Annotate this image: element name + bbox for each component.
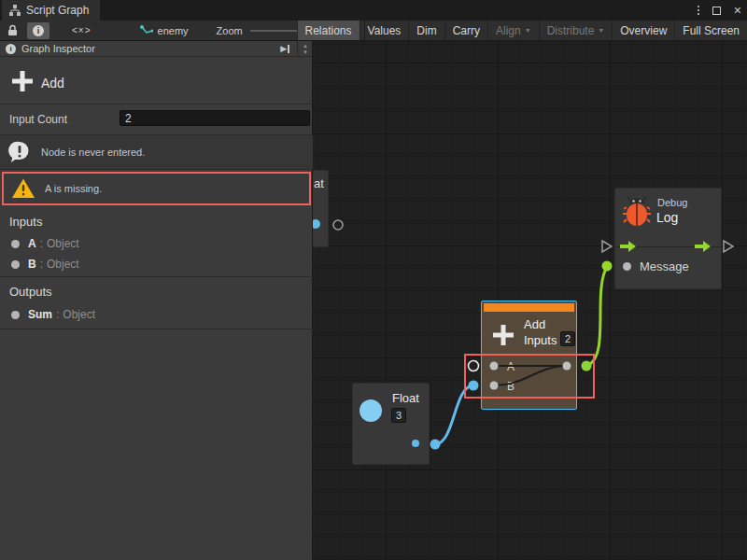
toolbar-toggle-group: Relations Values Dim Carry Align ▼ Distr… — [297, 21, 747, 40]
port-dot-icon — [11, 240, 20, 248]
selected-node-header: Add — [0, 57, 312, 105]
inputs-section-header: Inputs — [9, 215, 42, 229]
toggle-carry[interactable]: Carry — [444, 21, 487, 40]
wire-endpoint-dot[interactable] — [430, 440, 441, 450]
menu-distribute[interactable]: Distribute ▼ — [539, 21, 613, 40]
message-wire-endpoint-dot[interactable] — [602, 261, 613, 272]
add-node-icon — [9, 68, 35, 94]
unconnected-port-circle[interactable] — [333, 220, 343, 230]
input-count-label: Input Count — [9, 113, 67, 126]
maximize-icon[interactable] — [712, 7, 721, 15]
message-port-dot[interactable] — [623, 262, 631, 271]
input-port-row-b: B : Object — [0, 256, 312, 273]
input-count-field[interactable] — [120, 110, 310, 126]
window-menu-icon[interactable] — [696, 4, 701, 17]
input-count-row: Input Count — [0, 110, 312, 129]
node-title-line1: Debug — [657, 197, 687, 208]
output-port-row-sum: Sum : Object — [0, 306, 312, 323]
float-type-icon — [359, 399, 382, 422]
toggle-dim[interactable]: Dim — [408, 21, 444, 40]
unity-script-graph-window: Script Graph × i <×> — [0, 0, 747, 560]
node-debug-log[interactable]: Debug Log Message — [614, 188, 722, 289]
warning-triangle-icon — [11, 177, 35, 200]
info-icon: i — [33, 25, 44, 36]
graph-toolbar: i <×> enemy Zoom 1x Relations Values — [0, 21, 747, 41]
graph-inspector-header[interactable]: i Graph Inspector ▶ ▲ ▼ — [0, 41, 312, 57]
node-float-partially-hidden[interactable]: at — [313, 170, 329, 247]
button-overview[interactable]: Overview — [612, 21, 674, 40]
close-icon[interactable]: × — [732, 4, 743, 17]
edit-script-button[interactable]: <×> — [66, 22, 97, 39]
graph-reference[interactable]: enemy — [140, 25, 189, 36]
warning-message-text: A is missing. — [45, 183, 102, 194]
window-controls: × — [696, 0, 743, 21]
node-title: Float — [392, 391, 419, 405]
menu-align[interactable]: Align ▼ — [487, 21, 539, 40]
port-dot-icon — [11, 260, 20, 269]
tab-label: Script Graph — [26, 4, 89, 17]
panel-title: Graph Inspector — [21, 43, 95, 54]
panel-scrub-spinner[interactable]: ▲ ▼ — [297, 41, 308, 56]
node-title-line2: Log — [656, 210, 678, 225]
bug-icon — [623, 196, 651, 228]
spin-up-icon[interactable]: ▲ — [303, 43, 308, 49]
code-icon: <×> — [72, 25, 92, 35]
button-full-screen[interactable]: Full Screen — [674, 21, 747, 40]
toolbar-left-group: i <×> — [0, 21, 99, 40]
selected-node-header-bar — [484, 303, 574, 312]
graph-inspector-panel: i Graph Inspector ▶ ▲ ▼ Add Input Count — [0, 41, 313, 560]
wire-sum-to-message[interactable] — [586, 266, 607, 366]
node-title-line2: Inputs — [524, 333, 557, 347]
add-node-icon — [490, 322, 516, 348]
selected-node-title: Add — [41, 76, 64, 91]
float-value-badge[interactable]: 3 — [391, 408, 406, 423]
missing-input-error-highlight — [464, 354, 595, 399]
info-icon: i — [6, 44, 16, 54]
graph-name-label: enemy — [158, 25, 189, 36]
zoom-label: Zoom — [217, 25, 243, 36]
title-bar: Script Graph × — [0, 0, 747, 21]
message-port-label: Message — [640, 259, 689, 273]
lock-icon — [7, 24, 18, 36]
tab-script-graph[interactable]: Script Graph — [2, 0, 100, 21]
outputs-section-header: Outputs — [9, 285, 52, 299]
node-title-line1: Add — [524, 317, 545, 331]
node-title: at — [314, 176, 324, 190]
info-message-text: Node is never entered. — [41, 147, 145, 158]
speech-bubble-icon — [7, 140, 32, 164]
port-dot-icon — [11, 311, 20, 319]
graph-icon — [9, 5, 21, 16]
graph-reference-icon — [140, 25, 153, 36]
dock-panel-icon[interactable]: ▶ — [280, 44, 289, 53]
lock-button[interactable] — [2, 22, 23, 39]
spin-down-icon[interactable]: ▼ — [303, 49, 308, 55]
input-port-row-a: A : Object — [0, 235, 312, 252]
control-in-triangle[interactable] — [602, 241, 612, 252]
warning-message-box: A is missing. — [2, 172, 311, 205]
control-out-triangle[interactable] — [724, 241, 733, 252]
add-count-badge[interactable]: 2 — [560, 331, 575, 346]
node-float[interactable]: Float 3 — [352, 383, 430, 465]
graph-canvas[interactable]: at Float 3 Add Inputs 2 A B — [313, 41, 747, 560]
toggle-relations[interactable]: Relations — [297, 21, 359, 40]
toggle-values[interactable]: Values — [359, 21, 409, 40]
chevron-down-icon: ▼ — [598, 27, 604, 34]
chevron-down-icon: ▼ — [525, 27, 531, 34]
inspect-toggle-button[interactable]: i — [27, 22, 49, 39]
info-message-box: Node is never entered. — [0, 134, 313, 170]
